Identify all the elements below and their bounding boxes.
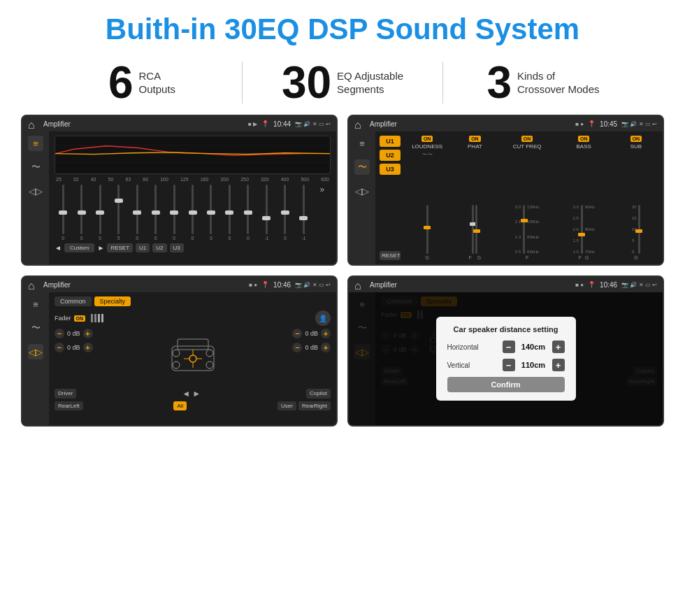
phat-labels: FG	[469, 255, 482, 260]
sub-toggle[interactable]: ON	[630, 136, 642, 142]
fader-right-arrow[interactable]: ►	[192, 389, 201, 399]
eq-sidebar-speaker-icon[interactable]: ◁▷	[28, 183, 43, 199]
fader-rearleft-button[interactable]: RearLeft	[55, 401, 83, 410]
eq-slider-13[interactable]: 0	[277, 185, 294, 241]
eq-sidebar-wave-icon[interactable]: 〜	[28, 159, 43, 175]
fader-sidebar-wave-icon[interactable]: 〜	[28, 320, 43, 336]
crossover-sidebar-eq-icon[interactable]: ≡	[354, 136, 370, 151]
crossover-presets: U1 U2 U3 RESET	[380, 136, 401, 260]
eq-slider-1[interactable]: 0	[55, 185, 71, 241]
phat-section: ON PHAT FG	[452, 136, 497, 260]
eq-slider-3[interactable]: 0	[92, 185, 108, 241]
eq-graph	[55, 136, 331, 174]
cutfreq-slider[interactable]	[523, 205, 525, 254]
eq-slider-5[interactable]: 0	[129, 185, 145, 241]
dialog-horizontal-minus[interactable]: −	[503, 341, 515, 353]
db-minus-3[interactable]: −	[292, 329, 302, 338]
stat-eq-number: 30	[282, 60, 331, 105]
db-plus-1[interactable]: +	[83, 329, 93, 338]
page-title: Buith-in 30EQ DSP Sound System	[0, 13, 685, 46]
bass-toggle[interactable]: ON	[578, 136, 590, 142]
stat-rca: 6 RCAOutputs	[42, 60, 242, 105]
eq-slider-7[interactable]: 0	[166, 185, 182, 241]
db-plus-3[interactable]: +	[321, 329, 331, 338]
eq-slider-9[interactable]: 0	[203, 185, 219, 241]
eq-slider-11[interactable]: 0	[240, 185, 257, 241]
db-plus-4[interactable]: +	[321, 343, 331, 352]
dialog-horizontal-plus[interactable]: +	[552, 341, 565, 353]
bass-slider[interactable]	[581, 205, 583, 254]
eq-slider-10[interactable]: 0	[221, 185, 238, 241]
bass-fg-labels: FG	[579, 255, 589, 260]
cutfreq-freq-labels: 3.02.11.30.5	[515, 205, 521, 254]
eq-prev-button[interactable]: ◄	[55, 244, 62, 252]
eq-slider-14[interactable]: -1	[295, 185, 312, 241]
crossover-reset-button[interactable]: RESET	[380, 251, 401, 260]
db-plus-2[interactable]: +	[83, 343, 93, 352]
status-icons-distance: 📷 🔊 ✕ ▭ ↩	[621, 282, 657, 288]
eq-u1-button[interactable]: U1	[136, 243, 150, 252]
phat-toggle[interactable]: ON	[469, 136, 481, 142]
fader-sidebar-speaker-icon[interactable]: ◁▷	[28, 344, 43, 359]
fader-screen: ⌂ Amplifier ■ ● 📍 10:46 📷 🔊 ✕ ▭ ↩ ≡ 〜 ◁▷…	[21, 275, 338, 427]
eq-slider-4[interactable]: 5	[110, 185, 127, 241]
db-minus-2[interactable]: −	[55, 343, 64, 352]
phat-slider-g[interactable]	[475, 205, 477, 254]
eq-main-content: 253240506380100125160200250320400500630 …	[49, 131, 336, 264]
loudness-slider[interactable]	[426, 205, 428, 254]
fader-label-text: Fader	[55, 315, 71, 322]
fader-bottom-row: RearLeft All User RearRight	[55, 401, 331, 410]
eq-u2-button[interactable]: U2	[152, 243, 166, 252]
eq-slider-8[interactable]: 0	[184, 185, 201, 241]
eq-reset-button[interactable]: RESET	[107, 243, 133, 252]
eq-next-button[interactable]: ►	[97, 244, 104, 252]
home-icon-3: ⌂	[28, 280, 38, 289]
crossover-sidebar-speaker-icon[interactable]: ◁▷	[354, 183, 370, 199]
dialog-vertical-minus[interactable]: −	[503, 359, 515, 371]
db-minus-1[interactable]: −	[55, 329, 64, 338]
fader-driver-button[interactable]: Driver	[55, 389, 76, 399]
crossover-u1-button[interactable]: U1	[380, 136, 401, 147]
fader-all-button[interactable]: All	[173, 401, 187, 410]
fader-rearright-button[interactable]: RearRight	[298, 401, 331, 410]
fader-sidebar-eq-icon[interactable]: ≡	[28, 296, 43, 312]
fader-copilot-button[interactable]: Copilot	[306, 389, 331, 399]
dialog-confirm-button[interactable]: Confirm	[447, 377, 565, 392]
fader-user-button[interactable]: User	[277, 401, 296, 410]
eq-bottom-controls: ◄ Custom ► RESET U1 U2 U3	[55, 243, 331, 252]
eq-slider-12[interactable]: -1	[258, 185, 275, 241]
crossover-time: 10:45	[600, 120, 617, 128]
sub-section: ON SUB 20151050 G	[614, 136, 658, 260]
location-icon-3: 📍	[261, 281, 269, 288]
cutfreq-toggle[interactable]: ON	[521, 136, 533, 142]
stat-eq: 30 EQ AdjustableSegments	[243, 60, 442, 105]
location-icon-4: 📍	[588, 281, 596, 288]
fader-tab-common[interactable]: Common	[55, 296, 92, 306]
dialog-vertical-plus[interactable]: +	[552, 359, 565, 371]
stat-rca-label: RCAOutputs	[139, 69, 176, 96]
eq-slider-expand[interactable]: »	[314, 185, 331, 241]
svg-point-8	[173, 361, 180, 368]
eq-u3-button[interactable]: U3	[170, 243, 184, 252]
car-diagram	[99, 329, 287, 385]
media-icons-3: ■ ●	[249, 282, 257, 288]
db-minus-4[interactable]: −	[292, 343, 302, 352]
eq-sidebar-eq-icon[interactable]: ≡	[28, 136, 43, 151]
eq-slider-2[interactable]: 0	[73, 185, 89, 241]
phat-label: PHAT	[468, 143, 482, 150]
sub-label: SUB	[630, 143, 642, 150]
crossover-u2-button[interactable]: U2	[380, 150, 401, 161]
fader-tab-specialty[interactable]: Specialty	[94, 296, 131, 306]
svg-point-7	[206, 350, 213, 357]
fader-settings-icon[interactable]: 👤	[315, 310, 331, 326]
sub-slider[interactable]	[638, 205, 640, 254]
fader-left-arrow[interactable]: ◄	[182, 389, 190, 399]
bass-label: BASS	[577, 143, 591, 150]
eq-slider-6[interactable]: 0	[147, 185, 164, 241]
fader-on-row: Fader ON 👤	[55, 310, 331, 326]
loudness-toggle[interactable]: ON	[421, 136, 433, 142]
crossover-u3-button[interactable]: U3	[380, 164, 401, 175]
crossover-sidebar-wave-icon[interactable]: 〜	[354, 159, 370, 175]
home-icon: ⌂	[28, 119, 38, 129]
fader-on-toggle[interactable]: ON	[74, 315, 86, 322]
